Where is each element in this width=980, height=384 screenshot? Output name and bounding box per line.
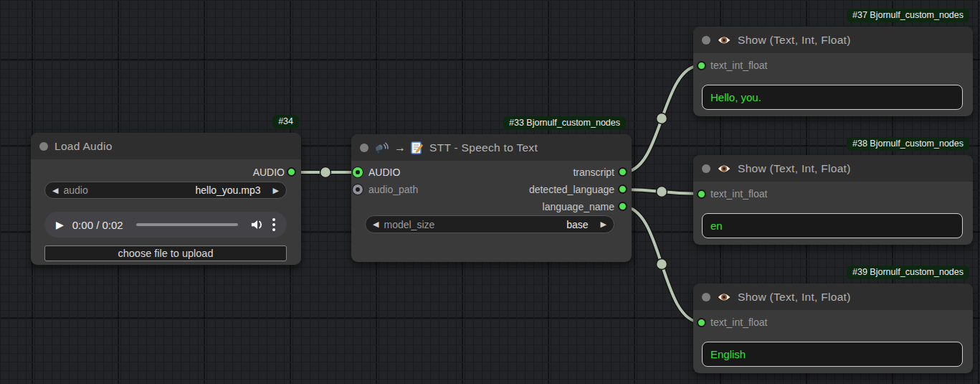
- collapse-dot[interactable]: [39, 142, 48, 151]
- collapse-dot[interactable]: [702, 293, 710, 301]
- collapse-dot[interactable]: [360, 144, 368, 152]
- node-graph-canvas[interactable]: #34 Load Audio AUDIO ◀ audio hello_you.m…: [0, 0, 980, 384]
- combo-next-icon[interactable]: ▶: [273, 186, 279, 195]
- input-socket-text-int-float[interactable]: [697, 189, 706, 199]
- node-badge: #34: [272, 115, 299, 128]
- input-socket-text-int-float[interactable]: [697, 61, 706, 70]
- show-value-textarea[interactable]: English: [702, 342, 963, 367]
- link-midpoint-dot[interactable]: [657, 187, 667, 197]
- eye-icon: [717, 164, 731, 174]
- input-socket-audio[interactable]: [353, 167, 363, 177]
- output-label-audio: AUDIO: [253, 167, 285, 178]
- input-socket-audio-path[interactable]: [353, 184, 363, 195]
- choose-file-label: choose file to upload: [118, 248, 213, 259]
- node-titlebar[interactable]: Show (Text, Int, Float): [693, 155, 973, 182]
- link-midpoint-dot[interactable]: [657, 259, 667, 270]
- model-size-combo-widget[interactable]: ◀ model_size base ▶: [365, 215, 614, 233]
- show-value-textarea[interactable]: en: [702, 213, 963, 238]
- combo-next-icon[interactable]: ▶: [601, 220, 606, 229]
- memo-icon: [411, 141, 423, 154]
- node-stt-speech-to-text[interactable]: #33 Bjornulf_custom_nodes → STT - Speech…: [351, 134, 632, 262]
- audio-combo-widget[interactable]: ◀ audio hello_you.mp3 ▶: [44, 182, 287, 199]
- seek-bar[interactable]: [136, 223, 238, 226]
- combo-value: hello_you.mp3: [195, 184, 260, 196]
- output-socket-transcript[interactable]: [618, 167, 627, 177]
- node-titlebar[interactable]: Show (Text, Int, Float): [693, 27, 973, 53]
- combo-value: base: [566, 219, 588, 230]
- output-label-transcript: transcript: [573, 167, 614, 178]
- collapse-dot[interactable]: [702, 36, 710, 45]
- output-label-language-name: language_name: [543, 201, 614, 212]
- input-label: text_int_float: [710, 188, 767, 200]
- input-label: text_int_float: [710, 317, 767, 328]
- eye-icon: [717, 292, 731, 302]
- link-midpoint-dot[interactable]: [320, 167, 331, 178]
- node-title: Show (Text, Int, Float): [738, 162, 851, 175]
- input-label-audio: AUDIO: [368, 167, 400, 178]
- node-badge: #37 Bjornulf_custom_nodes: [847, 9, 969, 22]
- node-titlebar[interactable]: Load Audio: [31, 133, 301, 159]
- output-socket-audio[interactable]: [287, 167, 296, 177]
- node-title: Load Audio: [54, 140, 113, 153]
- node-title: STT - Speech to Text: [429, 141, 538, 154]
- player-time: 0:00 / 0:02: [72, 219, 123, 231]
- node-badge: #38 Bjornulf_custom_nodes: [847, 137, 969, 151]
- combo-prev-icon[interactable]: ◀: [373, 220, 379, 229]
- volume-icon[interactable]: [251, 219, 264, 230]
- collapse-dot[interactable]: [702, 164, 710, 173]
- combo-label: model_size: [384, 219, 434, 230]
- combo-label: audio: [63, 184, 87, 196]
- show-value-textarea[interactable]: Hello, you.: [702, 85, 963, 110]
- output-label-detected-language: detected_language: [529, 184, 614, 195]
- node-title: Show (Text, Int, Float): [738, 34, 851, 47]
- node-badge: #39 Bjornulf_custom_nodes: [847, 266, 969, 279]
- output-socket-language-name[interactable]: [618, 202, 627, 211]
- arrow-right-icon: →: [394, 141, 406, 154]
- eye-icon: [717, 35, 731, 45]
- node-title: Show (Text, Int, Float): [738, 291, 851, 304]
- link-midpoint-dot[interactable]: [657, 113, 667, 124]
- player-menu-icon[interactable]: [272, 218, 275, 231]
- output-socket-detected-language[interactable]: [618, 184, 627, 194]
- node-show-language-name[interactable]: #39 Bjornulf_custom_nodes Show (Text, In…: [693, 284, 973, 373]
- play-button[interactable]: ▶: [56, 219, 64, 230]
- input-label-audio-path: audio_path: [368, 184, 418, 195]
- node-show-detected-language[interactable]: #38 Bjornulf_custom_nodes Show (Text, In…: [693, 155, 973, 245]
- input-label: text_int_float: [710, 60, 767, 71]
- show-value-text: en: [710, 220, 723, 232]
- combo-prev-icon[interactable]: ◀: [52, 186, 58, 195]
- show-value-text: English: [710, 348, 746, 360]
- node-badge: #33 Bjornulf_custom_nodes: [503, 116, 626, 130]
- loudspeaker-icon: [375, 141, 389, 154]
- node-titlebar[interactable]: Show (Text, Int, Float): [693, 284, 973, 310]
- audio-player-widget[interactable]: ▶ 0:00 / 0:02: [44, 212, 287, 238]
- node-titlebar[interactable]: → STT - Speech to Text: [351, 134, 632, 161]
- show-value-text: Hello, you.: [710, 91, 761, 103]
- choose-file-button[interactable]: choose file to upload: [44, 245, 287, 261]
- node-show-transcript[interactable]: #37 Bjornulf_custom_nodes Show (Text, In…: [693, 27, 973, 116]
- node-load-audio[interactable]: #34 Load Audio AUDIO ◀ audio hello_you.m…: [31, 133, 301, 265]
- input-socket-text-int-float[interactable]: [697, 318, 706, 327]
